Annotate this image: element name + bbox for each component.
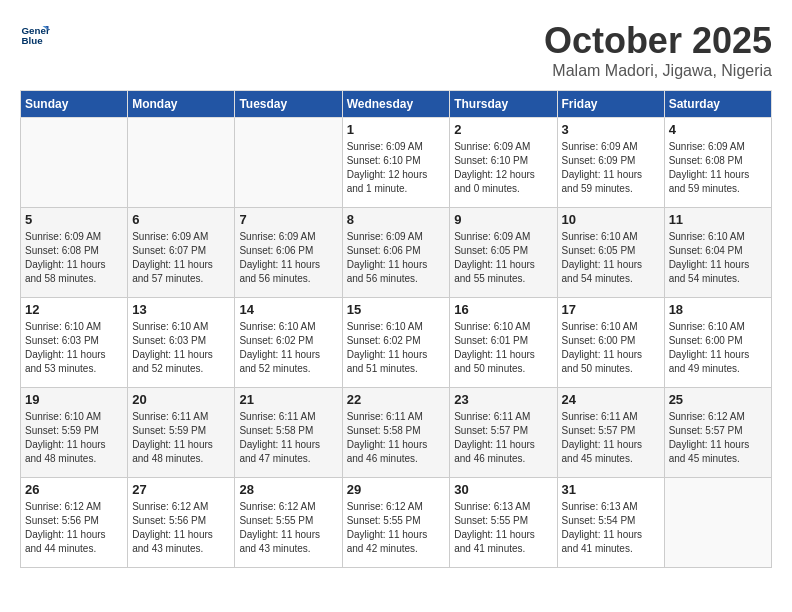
day-number: 26 bbox=[25, 482, 123, 497]
location-subtitle: Malam Madori, Jigawa, Nigeria bbox=[544, 62, 772, 80]
calendar-cell: 3Sunrise: 6:09 AM Sunset: 6:09 PM Daylig… bbox=[557, 118, 664, 208]
calendar-cell: 20Sunrise: 6:11 AM Sunset: 5:59 PM Dayli… bbox=[128, 388, 235, 478]
calendar-cell: 7Sunrise: 6:09 AM Sunset: 6:06 PM Daylig… bbox=[235, 208, 342, 298]
day-number: 1 bbox=[347, 122, 446, 137]
day-number: 30 bbox=[454, 482, 552, 497]
day-info: Sunrise: 6:09 AM Sunset: 6:10 PM Dayligh… bbox=[454, 140, 552, 196]
day-info: Sunrise: 6:13 AM Sunset: 5:55 PM Dayligh… bbox=[454, 500, 552, 556]
calendar-cell: 11Sunrise: 6:10 AM Sunset: 6:04 PM Dayli… bbox=[664, 208, 771, 298]
day-number: 4 bbox=[669, 122, 767, 137]
day-number: 15 bbox=[347, 302, 446, 317]
day-info: Sunrise: 6:11 AM Sunset: 5:59 PM Dayligh… bbox=[132, 410, 230, 466]
svg-text:Blue: Blue bbox=[22, 35, 44, 46]
week-row-2: 5Sunrise: 6:09 AM Sunset: 6:08 PM Daylig… bbox=[21, 208, 772, 298]
day-info: Sunrise: 6:10 AM Sunset: 6:03 PM Dayligh… bbox=[25, 320, 123, 376]
day-info: Sunrise: 6:13 AM Sunset: 5:54 PM Dayligh… bbox=[562, 500, 660, 556]
calendar-cell bbox=[128, 118, 235, 208]
calendar-cell: 30Sunrise: 6:13 AM Sunset: 5:55 PM Dayli… bbox=[450, 478, 557, 568]
day-number: 8 bbox=[347, 212, 446, 227]
weekday-header-monday: Monday bbox=[128, 91, 235, 118]
day-info: Sunrise: 6:12 AM Sunset: 5:56 PM Dayligh… bbox=[132, 500, 230, 556]
day-info: Sunrise: 6:12 AM Sunset: 5:55 PM Dayligh… bbox=[239, 500, 337, 556]
weekday-header-tuesday: Tuesday bbox=[235, 91, 342, 118]
day-number: 7 bbox=[239, 212, 337, 227]
day-number: 20 bbox=[132, 392, 230, 407]
day-number: 11 bbox=[669, 212, 767, 227]
calendar-cell: 28Sunrise: 6:12 AM Sunset: 5:55 PM Dayli… bbox=[235, 478, 342, 568]
day-number: 2 bbox=[454, 122, 552, 137]
day-number: 27 bbox=[132, 482, 230, 497]
day-number: 13 bbox=[132, 302, 230, 317]
logo-icon: General Blue bbox=[20, 20, 50, 50]
calendar-cell bbox=[664, 478, 771, 568]
week-row-3: 12Sunrise: 6:10 AM Sunset: 6:03 PM Dayli… bbox=[21, 298, 772, 388]
calendar-cell bbox=[235, 118, 342, 208]
calendar-cell: 8Sunrise: 6:09 AM Sunset: 6:06 PM Daylig… bbox=[342, 208, 450, 298]
day-info: Sunrise: 6:09 AM Sunset: 6:07 PM Dayligh… bbox=[132, 230, 230, 286]
month-title: October 2025 bbox=[544, 20, 772, 62]
day-number: 24 bbox=[562, 392, 660, 407]
weekday-header-sunday: Sunday bbox=[21, 91, 128, 118]
calendar-cell: 16Sunrise: 6:10 AM Sunset: 6:01 PM Dayli… bbox=[450, 298, 557, 388]
day-info: Sunrise: 6:11 AM Sunset: 5:58 PM Dayligh… bbox=[239, 410, 337, 466]
calendar-cell: 26Sunrise: 6:12 AM Sunset: 5:56 PM Dayli… bbox=[21, 478, 128, 568]
day-info: Sunrise: 6:10 AM Sunset: 6:02 PM Dayligh… bbox=[239, 320, 337, 376]
calendar-cell: 13Sunrise: 6:10 AM Sunset: 6:03 PM Dayli… bbox=[128, 298, 235, 388]
weekday-header-thursday: Thursday bbox=[450, 91, 557, 118]
day-info: Sunrise: 6:12 AM Sunset: 5:55 PM Dayligh… bbox=[347, 500, 446, 556]
day-number: 22 bbox=[347, 392, 446, 407]
calendar-cell: 12Sunrise: 6:10 AM Sunset: 6:03 PM Dayli… bbox=[21, 298, 128, 388]
calendar-cell: 21Sunrise: 6:11 AM Sunset: 5:58 PM Dayli… bbox=[235, 388, 342, 478]
calendar-cell: 31Sunrise: 6:13 AM Sunset: 5:54 PM Dayli… bbox=[557, 478, 664, 568]
logo: General Blue bbox=[20, 20, 50, 50]
day-info: Sunrise: 6:10 AM Sunset: 6:03 PM Dayligh… bbox=[132, 320, 230, 376]
calendar-cell: 6Sunrise: 6:09 AM Sunset: 6:07 PM Daylig… bbox=[128, 208, 235, 298]
week-row-5: 26Sunrise: 6:12 AM Sunset: 5:56 PM Dayli… bbox=[21, 478, 772, 568]
day-info: Sunrise: 6:10 AM Sunset: 6:04 PM Dayligh… bbox=[669, 230, 767, 286]
calendar-cell: 17Sunrise: 6:10 AM Sunset: 6:00 PM Dayli… bbox=[557, 298, 664, 388]
day-info: Sunrise: 6:11 AM Sunset: 5:57 PM Dayligh… bbox=[562, 410, 660, 466]
day-number: 14 bbox=[239, 302, 337, 317]
calendar-cell: 4Sunrise: 6:09 AM Sunset: 6:08 PM Daylig… bbox=[664, 118, 771, 208]
day-number: 21 bbox=[239, 392, 337, 407]
day-number: 6 bbox=[132, 212, 230, 227]
day-number: 16 bbox=[454, 302, 552, 317]
day-number: 3 bbox=[562, 122, 660, 137]
day-info: Sunrise: 6:09 AM Sunset: 6:05 PM Dayligh… bbox=[454, 230, 552, 286]
day-info: Sunrise: 6:10 AM Sunset: 6:05 PM Dayligh… bbox=[562, 230, 660, 286]
calendar-cell: 22Sunrise: 6:11 AM Sunset: 5:58 PM Dayli… bbox=[342, 388, 450, 478]
day-info: Sunrise: 6:11 AM Sunset: 5:58 PM Dayligh… bbox=[347, 410, 446, 466]
day-info: Sunrise: 6:10 AM Sunset: 5:59 PM Dayligh… bbox=[25, 410, 123, 466]
day-number: 19 bbox=[25, 392, 123, 407]
calendar-cell: 19Sunrise: 6:10 AM Sunset: 5:59 PM Dayli… bbox=[21, 388, 128, 478]
day-number: 25 bbox=[669, 392, 767, 407]
day-number: 29 bbox=[347, 482, 446, 497]
day-info: Sunrise: 6:10 AM Sunset: 6:02 PM Dayligh… bbox=[347, 320, 446, 376]
weekday-header-wednesday: Wednesday bbox=[342, 91, 450, 118]
day-info: Sunrise: 6:09 AM Sunset: 6:06 PM Dayligh… bbox=[347, 230, 446, 286]
calendar-cell: 29Sunrise: 6:12 AM Sunset: 5:55 PM Dayli… bbox=[342, 478, 450, 568]
page-header: General Blue October 2025 Malam Madori, … bbox=[20, 20, 772, 80]
calendar-cell: 1Sunrise: 6:09 AM Sunset: 6:10 PM Daylig… bbox=[342, 118, 450, 208]
day-info: Sunrise: 6:10 AM Sunset: 6:00 PM Dayligh… bbox=[562, 320, 660, 376]
day-info: Sunrise: 6:09 AM Sunset: 6:09 PM Dayligh… bbox=[562, 140, 660, 196]
day-info: Sunrise: 6:09 AM Sunset: 6:08 PM Dayligh… bbox=[25, 230, 123, 286]
calendar-cell: 24Sunrise: 6:11 AM Sunset: 5:57 PM Dayli… bbox=[557, 388, 664, 478]
day-number: 28 bbox=[239, 482, 337, 497]
day-info: Sunrise: 6:11 AM Sunset: 5:57 PM Dayligh… bbox=[454, 410, 552, 466]
calendar-cell: 10Sunrise: 6:10 AM Sunset: 6:05 PM Dayli… bbox=[557, 208, 664, 298]
day-number: 9 bbox=[454, 212, 552, 227]
day-number: 18 bbox=[669, 302, 767, 317]
calendar-cell: 27Sunrise: 6:12 AM Sunset: 5:56 PM Dayli… bbox=[128, 478, 235, 568]
calendar-cell: 14Sunrise: 6:10 AM Sunset: 6:02 PM Dayli… bbox=[235, 298, 342, 388]
day-number: 5 bbox=[25, 212, 123, 227]
weekday-header-friday: Friday bbox=[557, 91, 664, 118]
day-info: Sunrise: 6:10 AM Sunset: 6:01 PM Dayligh… bbox=[454, 320, 552, 376]
calendar-cell: 5Sunrise: 6:09 AM Sunset: 6:08 PM Daylig… bbox=[21, 208, 128, 298]
calendar-cell: 18Sunrise: 6:10 AM Sunset: 6:00 PM Dayli… bbox=[664, 298, 771, 388]
day-info: Sunrise: 6:09 AM Sunset: 6:08 PM Dayligh… bbox=[669, 140, 767, 196]
calendar-cell: 23Sunrise: 6:11 AM Sunset: 5:57 PM Dayli… bbox=[450, 388, 557, 478]
day-number: 10 bbox=[562, 212, 660, 227]
day-number: 31 bbox=[562, 482, 660, 497]
day-info: Sunrise: 6:12 AM Sunset: 5:57 PM Dayligh… bbox=[669, 410, 767, 466]
